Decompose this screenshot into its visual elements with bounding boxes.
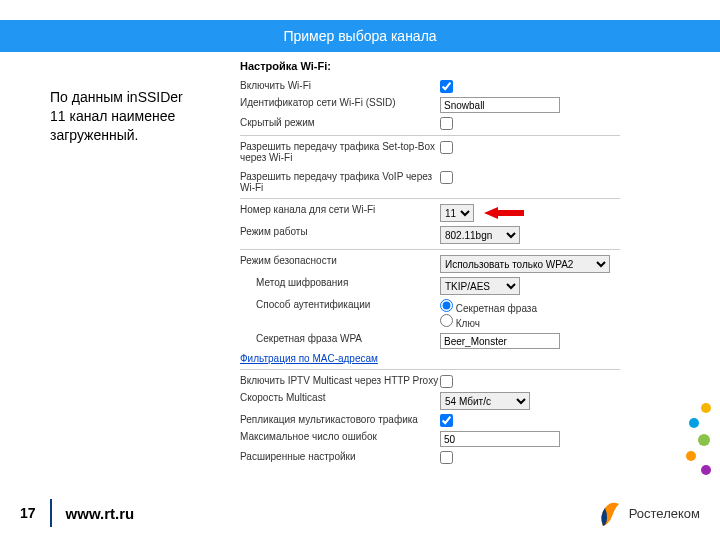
svg-point-1	[701, 403, 711, 413]
iptv-checkbox[interactable]	[440, 375, 453, 388]
slide-title: Пример выбора канала	[283, 28, 436, 44]
auth-passphrase-label: Секретная фраза	[456, 303, 537, 314]
row-voip: Разрешить передачу трафика VoIP через Wi…	[240, 169, 680, 195]
wpa-phrase-input[interactable]	[440, 333, 560, 349]
svg-point-3	[698, 434, 710, 446]
row-max-errors: Максимальное число ошибок	[240, 429, 680, 449]
row-auth: Способ аутентификации Секретная фраза Кл…	[240, 297, 680, 331]
row-mode: Режим работы 802.11bgn	[240, 224, 680, 246]
row-ssid: Идентификатор сети Wi-Fi (SSID)	[240, 95, 680, 115]
hidden-checkbox[interactable]	[440, 117, 453, 130]
ssid-label: Идентификатор сети Wi-Fi (SSID)	[240, 97, 440, 108]
rostelecom-logo: Ростелеком	[597, 498, 700, 528]
arrow-icon	[484, 205, 524, 221]
divider	[240, 135, 620, 136]
enable-wifi-checkbox[interactable]	[440, 80, 453, 93]
auth-key-label: Ключ	[456, 318, 480, 329]
divider	[240, 369, 620, 370]
stb-checkbox[interactable]	[440, 141, 453, 154]
row-stb: Разрешить передачу трафика Set-top-Box ч…	[240, 139, 680, 165]
channel-select[interactable]: 11	[440, 204, 474, 222]
row-wpa-phrase: Секретная фраза WPA	[240, 331, 680, 351]
footer-divider	[50, 499, 52, 527]
max-errors-input[interactable]	[440, 431, 560, 447]
encryption-select[interactable]: TKIP/AES	[440, 277, 520, 295]
row-hidden: Скрытый режим	[240, 115, 680, 132]
advanced-label: Расширенные настройки	[240, 451, 440, 462]
channel-label: Номер канала для сети Wi-Fi	[240, 204, 440, 215]
replication-checkbox[interactable]	[440, 414, 453, 427]
footer: 17 www.rt.ru Ростелеком	[20, 498, 700, 528]
svg-point-5	[701, 465, 711, 475]
security-label: Режим безопасности	[240, 255, 440, 266]
wifi-settings-panel: Настройка Wi-Fi: Включить Wi-Fi Идентифи…	[240, 60, 680, 466]
max-errors-label: Максимальное число ошибок	[240, 431, 440, 442]
row-channel: Номер канала для сети Wi-Fi 11	[240, 202, 680, 224]
row-mac-filter: Фильтрация по MAC-адресам	[240, 351, 680, 366]
divider	[240, 198, 620, 199]
mode-select[interactable]: 802.11bgn	[440, 226, 520, 244]
section-title: Настройка Wi-Fi:	[240, 60, 680, 72]
side-note: По данным inSSIDer 11 канал наименее заг…	[50, 88, 200, 145]
svg-marker-0	[484, 207, 524, 219]
row-replication: Репликация мультикастового трафика	[240, 412, 680, 429]
mcast-speed-select[interactable]: 54 Мбит/с	[440, 392, 530, 410]
auth-key-radio[interactable]	[440, 314, 453, 327]
row-advanced: Расширенные настройки	[240, 449, 680, 466]
row-security: Режим безопасности Использовать только W…	[240, 253, 680, 275]
row-enable-wifi: Включить Wi-Fi	[240, 78, 680, 95]
decorative-doodle	[676, 398, 716, 480]
row-iptv: Включить IPTV Multicast через HTTP Proxy	[240, 373, 680, 390]
encryption-label: Метод шифрования	[240, 277, 440, 288]
mode-label: Режим работы	[240, 226, 440, 237]
side-note-text: По данным inSSIDer 11 канал наименее заг…	[50, 89, 183, 143]
voip-label: Разрешить передачу трафика VoIP через Wi…	[240, 171, 440, 193]
security-select[interactable]: Использовать только WPA2	[440, 255, 610, 273]
wpa-phrase-label: Секретная фраза WPA	[240, 333, 440, 344]
footer-url: www.rt.ru	[66, 505, 135, 522]
replication-label: Репликация мультикастового трафика	[240, 414, 440, 425]
page-number: 17	[20, 505, 36, 521]
brand-text: Ростелеком	[629, 506, 700, 521]
enable-wifi-label: Включить Wi-Fi	[240, 80, 440, 91]
voip-checkbox[interactable]	[440, 171, 453, 184]
ssid-input[interactable]	[440, 97, 560, 113]
svg-point-4	[686, 451, 696, 461]
iptv-label: Включить IPTV Multicast через HTTP Proxy	[240, 375, 440, 386]
stb-label: Разрешить передачу трафика Set-top-Box ч…	[240, 141, 440, 163]
auth-passphrase-radio[interactable]	[440, 299, 453, 312]
footer-left: 17 www.rt.ru	[20, 499, 134, 527]
divider	[240, 249, 620, 250]
mac-filter-link[interactable]: Фильтрация по MAC-адресам	[240, 353, 378, 364]
row-mcast-speed: Скорость Multicast 54 Мбит/с	[240, 390, 680, 412]
row-encryption: Метод шифрования TKIP/AES	[240, 275, 680, 297]
svg-point-2	[689, 418, 699, 428]
ear-icon	[597, 498, 623, 528]
mcast-speed-label: Скорость Multicast	[240, 392, 440, 403]
auth-label: Способ аутентификации	[240, 299, 440, 310]
hidden-label: Скрытый режим	[240, 117, 440, 128]
slide-header: Пример выбора канала	[0, 20, 720, 52]
advanced-checkbox[interactable]	[440, 451, 453, 464]
